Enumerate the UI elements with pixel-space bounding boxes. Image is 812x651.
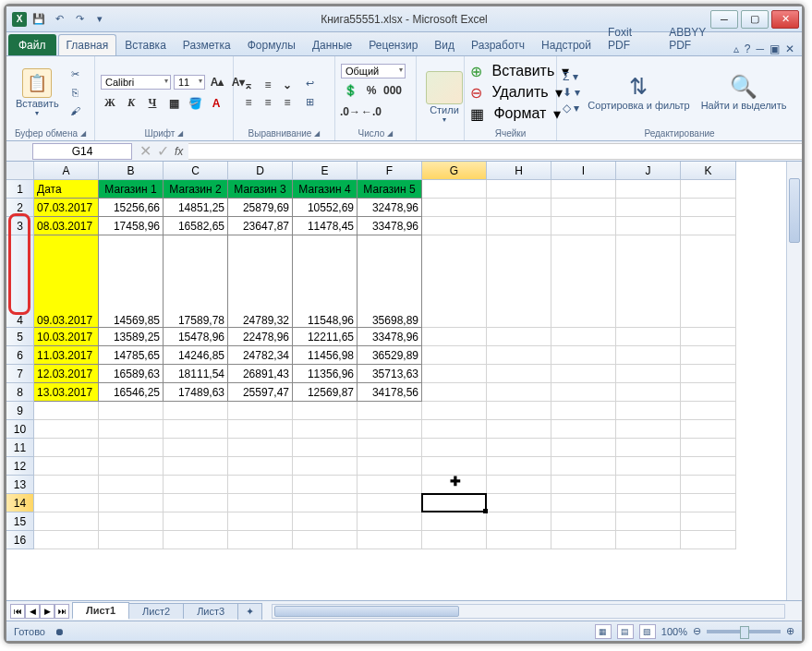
cell-J10[interactable] (616, 420, 681, 439)
cell-J15[interactable] (616, 512, 681, 531)
tab-formulas[interactable]: Формулы (239, 34, 304, 55)
cell-B10[interactable] (99, 420, 164, 439)
cell-F15[interactable] (358, 512, 422, 531)
cell-D7[interactable]: 26891,43 (228, 365, 293, 383)
cell-J12[interactable] (616, 457, 681, 476)
cell-B8[interactable]: 16546,25 (99, 383, 164, 402)
comma-button[interactable]: 000 (383, 81, 402, 100)
cell-H11[interactable] (487, 439, 551, 457)
cell-E7[interactable]: 11356,96 (293, 365, 358, 383)
cut-button[interactable]: ✂ (67, 66, 85, 82)
percent-button[interactable]: % (362, 81, 381, 100)
cell-G1[interactable] (422, 180, 487, 199)
align-right[interactable]: ≡ (278, 93, 297, 112)
cell-J9[interactable] (616, 402, 681, 420)
cell-C7[interactable]: 18111,54 (164, 365, 228, 383)
cell-K16[interactable] (681, 531, 736, 549)
qat-more[interactable]: ▾ (91, 11, 108, 28)
help-button[interactable]: ? (745, 42, 751, 55)
cell-G16[interactable] (422, 531, 487, 549)
cell-F8[interactable]: 34178,56 (358, 383, 422, 402)
cell-H16[interactable] (487, 531, 551, 549)
cell-E2[interactable]: 10552,69 (293, 199, 358, 217)
view-pagebreak[interactable]: ▧ (639, 624, 656, 639)
cell-G4[interactable] (422, 235, 487, 328)
sheet-tab-3[interactable]: Лист3 (183, 603, 238, 619)
tab-prev[interactable]: ◀ (25, 604, 40, 619)
font-launcher[interactable]: ◢ (177, 129, 183, 138)
cell-F13[interactable] (358, 476, 422, 494)
number-format-combo[interactable]: Общий (341, 64, 406, 78)
cell-E8[interactable]: 12569,87 (293, 383, 358, 402)
align-center[interactable]: ≡ (259, 93, 277, 112)
col-header-C[interactable]: C (164, 162, 228, 180)
doc-restore[interactable]: ▣ (770, 42, 780, 55)
cells-format[interactable]: ▦ Формат ▾ (470, 105, 569, 123)
tab-home[interactable]: Главная (58, 34, 117, 55)
save-button[interactable]: 💾 (30, 11, 47, 28)
align-top[interactable]: ⌅ (239, 76, 258, 94)
cell-C2[interactable]: 14851,25 (164, 199, 228, 217)
border-button[interactable]: ▦ (164, 94, 183, 113)
cell-G7[interactable] (422, 365, 487, 383)
cell-E3[interactable]: 11478,45 (293, 217, 358, 235)
cell-D15[interactable] (228, 512, 293, 531)
cell-F14[interactable] (358, 494, 422, 512)
cell-A7[interactable]: 12.03.2017 (34, 365, 99, 383)
cell-J3[interactable] (616, 217, 681, 235)
cell-C6[interactable]: 14246,85 (164, 346, 228, 365)
cell-A3[interactable]: 08.03.2017 (34, 217, 99, 235)
cell-B6[interactable]: 14785,65 (99, 346, 164, 365)
cell-A2[interactable]: 07.03.2017 (34, 199, 99, 217)
tab-abbyy[interactable]: ABBYY PDF (661, 21, 733, 55)
cell-H2[interactable] (487, 199, 551, 217)
cell-H13[interactable] (487, 476, 551, 494)
cell-K15[interactable] (681, 512, 736, 531)
align-middle[interactable]: ≡ (259, 76, 277, 94)
underline-button[interactable]: Ч (143, 94, 162, 113)
cell-K11[interactable] (681, 439, 736, 457)
cells-delete[interactable]: ⊖ Удалить ▾ (470, 84, 569, 102)
italic-button[interactable]: К (122, 94, 140, 113)
fx-cancel[interactable]: ✕ (139, 142, 151, 160)
cell-D16[interactable] (228, 531, 293, 549)
col-header-F[interactable]: F (358, 162, 422, 180)
cell-K3[interactable] (681, 217, 736, 235)
cell-I15[interactable] (551, 512, 616, 531)
maximize-button[interactable]: ▢ (741, 10, 769, 29)
zoom-level[interactable]: 100% (661, 626, 687, 637)
cell-G15[interactable] (422, 512, 487, 531)
cell-K12[interactable] (681, 457, 736, 476)
cell-A13[interactable] (34, 476, 99, 494)
copy-button[interactable]: ⎘ (67, 84, 85, 101)
alignment-launcher[interactable]: ◢ (314, 129, 320, 138)
cell-E15[interactable] (293, 512, 358, 531)
cell-D10[interactable] (228, 420, 293, 439)
cell-B11[interactable] (99, 439, 164, 457)
cell-J11[interactable] (616, 439, 681, 457)
cell-I13[interactable] (551, 476, 616, 494)
cell-K8[interactable] (681, 383, 736, 402)
doc-minimize[interactable]: ─ (756, 42, 764, 55)
cell-I11[interactable] (551, 439, 616, 457)
cell-E9[interactable] (293, 402, 358, 420)
cell-K4[interactable] (681, 235, 736, 328)
grow-font[interactable]: A▴ (208, 73, 226, 91)
tab-review[interactable]: Рецензир (360, 34, 426, 55)
redo-button[interactable]: ↷ (71, 11, 88, 28)
cell-K7[interactable] (681, 365, 736, 383)
cell-J13[interactable] (616, 476, 681, 494)
formula-input[interactable] (188, 143, 802, 160)
row-header-4[interactable]: 4 (6, 235, 34, 328)
cell-A9[interactable] (34, 402, 99, 420)
zoom-in[interactable]: ⊕ (786, 625, 794, 637)
cell-E13[interactable] (293, 476, 358, 494)
cell-K2[interactable] (681, 199, 736, 217)
cell-D2[interactable]: 25879,69 (228, 199, 293, 217)
name-box[interactable]: G14 (32, 143, 132, 160)
decrease-decimal[interactable]: ←.0 (362, 102, 381, 121)
tab-file[interactable]: Файл (8, 34, 56, 55)
col-header-H[interactable]: H (487, 162, 551, 180)
cell-C15[interactable] (164, 512, 228, 531)
cell-G12[interactable] (422, 457, 487, 476)
